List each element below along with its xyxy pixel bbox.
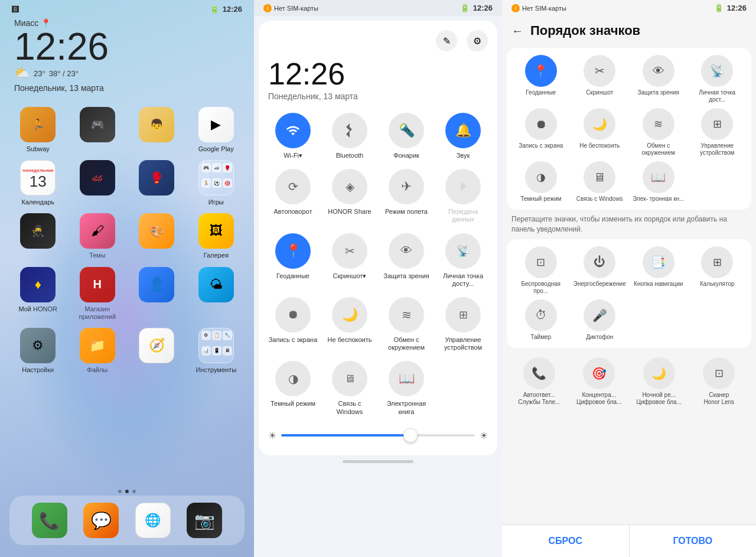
cc-toggle-devmgmt[interactable]: ⊞ Управление устройством <box>438 297 488 351</box>
cc-toggle-geodata[interactable]: 📍 Геоданные <box>268 233 318 288</box>
cc-hotspot-btn: 📡 <box>445 233 481 269</box>
io-item-pcconnect[interactable]: 🖥 Связь с Windows <box>573 161 627 203</box>
app-games-label: Игры <box>208 198 224 206</box>
dock-chrome[interactable]: 🌐 <box>135 503 171 538</box>
io-item-scanner[interactable]: ⊡ СканерHonor Lens <box>692 357 747 406</box>
io-reset-button[interactable]: СБРОС <box>502 525 630 557</box>
io-nav-button-label: Кнопка навигации <box>634 281 683 288</box>
io-back-button[interactable]: ← <box>511 24 523 38</box>
cc-toggle-autorotate[interactable]: ⟳ Автоповорот <box>268 169 318 223</box>
home-status-left: 🅱 <box>12 5 19 14</box>
home-bg-decoration <box>18 144 230 498</box>
dock-phone[interactable]: 📞 <box>32 503 67 538</box>
io-item-eyeprotect[interactable]: 👁 Защита зрения <box>631 55 686 103</box>
cc-flashlight-btn: 🔦 <box>389 113 424 148</box>
io-item-dnd[interactable]: 🌙 Не беспокоить <box>573 108 627 157</box>
cc-status-bar: ! Нет SIM-карты 🔋 12:26 <box>254 0 502 16</box>
cc-toggle-dnd[interactable]: 🌙 Не беспокоить <box>325 297 374 351</box>
io-item-autoreply[interactable]: 📞 Автоответ...Службы Теле... <box>511 357 567 406</box>
io-item-envshare[interactable]: ≋ Обмен с окружением <box>631 108 686 157</box>
io-item-dictaphone[interactable]: 🎤 Диктофон <box>573 299 627 341</box>
cc-honorshare-btn: ◈ <box>332 169 367 204</box>
app-calendar-icon: понедельник 13 <box>20 160 56 196</box>
cc-toggle-eyeprotect[interactable]: 👁 Защита зрения <box>382 233 431 288</box>
io-item-darkmode[interactable]: ◑ Темный режим <box>514 161 568 203</box>
io-footer: СБРОС ГОТОВО <box>502 525 756 557</box>
io-geodata-icon: 📍 <box>525 55 557 87</box>
app-google-play[interactable]: ▶ Google Play <box>190 107 243 153</box>
io-item-screenshot[interactable]: ✂ Скриншот <box>573 55 627 103</box>
cc-brightness-track[interactable] <box>281 434 475 437</box>
io-dnd-icon: 🌙 <box>584 108 615 140</box>
dock-sms[interactable]: 💬 <box>83 503 119 538</box>
app-gplay-label: Google Play <box>198 145 234 153</box>
cc-sound-btn: 🔔 <box>445 113 481 148</box>
io-item-geodata[interactable]: 📍 Геоданные <box>514 55 568 103</box>
home-date: Понедельник, 13 марта <box>0 81 254 95</box>
cc-sim-text: Нет SIM-карты <box>274 5 318 12</box>
cc-brightness-thumb[interactable] <box>403 428 418 442</box>
app-misc-icon: 🎨 <box>139 213 174 249</box>
app-safari-icon: 🧭 <box>139 328 174 363</box>
io-sim-warn-icon: ! <box>511 4 520 12</box>
cc-honorshare-label: HONOR Share <box>328 208 371 216</box>
app-subway-icon: 🏃 <box>20 107 56 142</box>
io-item-nightmode[interactable]: 🌙 Ночной ре...Цифровое бла... <box>631 357 687 406</box>
cc-hotspot-label: Личная точка досту... <box>438 272 488 288</box>
io-item-focus[interactable]: 🎯 Концентра...Цифровое бла... <box>572 357 627 406</box>
cc-toggle-darkmode[interactable]: ◑ Темный режим <box>268 361 318 415</box>
io-item-ebook[interactable]: 📖 Элек- тронная кн... <box>631 161 686 203</box>
cc-transfer-label: Передача данных <box>438 208 488 223</box>
dock-camera[interactable]: 📷 <box>187 503 222 538</box>
io-item-wireless[interactable]: ⊡ Беспроводная про... <box>514 246 568 295</box>
cc-toggle-sound[interactable]: 🔔 Звук <box>438 113 488 159</box>
cc-toggle-transfer[interactable]: ⊧ Передача данных <box>438 169 488 223</box>
io-item-nav-button[interactable]: 📑 Кнопка навигации <box>631 246 686 295</box>
cc-toggle-grid-2: ⟳ Автоповорот ◈ HONOR Share ✈ Режим поле… <box>268 169 488 223</box>
cc-settings-button[interactable]: ⚙ <box>467 30 488 51</box>
app-subway-label: Subway <box>27 145 50 153</box>
io-scanner-icon: ⊡ <box>703 357 735 389</box>
io-eyeprotect-icon: 👁 <box>643 55 674 87</box>
io-devmgmt-icon: ⊞ <box>701 108 733 140</box>
cc-pcconnect-btn: 🖥 <box>332 361 367 396</box>
io-geodata-label: Геоданные <box>526 89 556 96</box>
io-scanner-label: СканерHonor Lens <box>703 392 734 406</box>
home-status-bar: 🅱 🔋 12:26 <box>0 0 254 18</box>
io-item-battery-save[interactable]: ⏻ Энергосбережение <box>573 246 627 295</box>
cc-sim-warn-icon: ! <box>263 4 272 12</box>
cc-edit-button[interactable]: ✎ <box>436 30 457 51</box>
cc-toggle-grid-4: ⏺ Запись с экрана 🌙 Не беспокоить ≋ Обме… <box>268 297 488 351</box>
cc-flashlight-label: Фонарик <box>393 152 419 159</box>
io-item-hotspot[interactable]: 📡 Личная точка дост... <box>690 55 745 103</box>
cc-envshare-btn: ≋ <box>389 297 424 333</box>
cc-toggle-wifi[interactable]: Wi-Fi▾ <box>268 113 318 159</box>
io-item-calculator[interactable]: ⊞ Калькулятор <box>690 246 745 295</box>
cc-indicator-bar <box>343 460 413 463</box>
cc-toggle-screenrecord[interactable]: ⏺ Запись с экрана <box>268 297 318 351</box>
cc-toggle-bluetooth[interactable]: Bluetooth <box>325 113 374 159</box>
home-screen: 🅱 🔋 12:26 Миасс 📍 12:26 ⛅ 23° 38° / 23° … <box>0 0 254 557</box>
io-nav-button-icon: 📑 <box>643 246 674 278</box>
app-subway[interactable]: 🏃 Subway <box>12 107 64 153</box>
home-status-right: 🔋 12:26 <box>210 5 242 14</box>
cc-toggle-screenshot[interactable]: ✂ Скриншот▾ <box>325 233 374 288</box>
cc-toggle-ebook[interactable]: 📖 Электронная книга <box>382 361 431 415</box>
io-calculator-label: Калькулятор <box>700 281 735 288</box>
cc-toggle-airplane[interactable]: ✈ Режим полета <box>382 169 431 223</box>
cc-toggle-hotspot[interactable]: 📡 Личная точка досту... <box>438 233 488 288</box>
io-done-button[interactable]: ГОТОВО <box>630 525 757 557</box>
cc-toggle-pcconnect[interactable]: 🖥 Связь с Windows <box>325 361 374 415</box>
cc-toggle-envshare[interactable]: ≋ Обмен с окружением <box>382 297 431 351</box>
cc-status-right: 🔋 12:26 <box>460 4 493 12</box>
io-focus-icon: 🎯 <box>583 357 615 389</box>
io-item-screenrecord[interactable]: ⏺ Запись с экрана <box>514 108 568 157</box>
io-item-timer[interactable]: ⏱ Таймер <box>514 299 568 341</box>
dot-1 <box>118 490 122 493</box>
cc-screenshot-btn: ✂ <box>332 233 367 269</box>
io-darkmode-label: Темный режим <box>520 196 561 203</box>
io-item-devmgmt[interactable]: ⊞ Управление устройством <box>690 108 745 157</box>
io-battery-icon: 🔋 <box>714 4 724 12</box>
cc-toggle-flashlight[interactable]: 🔦 Фонарик <box>382 113 431 159</box>
cc-toggle-honorshare[interactable]: ◈ HONOR Share <box>325 169 374 223</box>
